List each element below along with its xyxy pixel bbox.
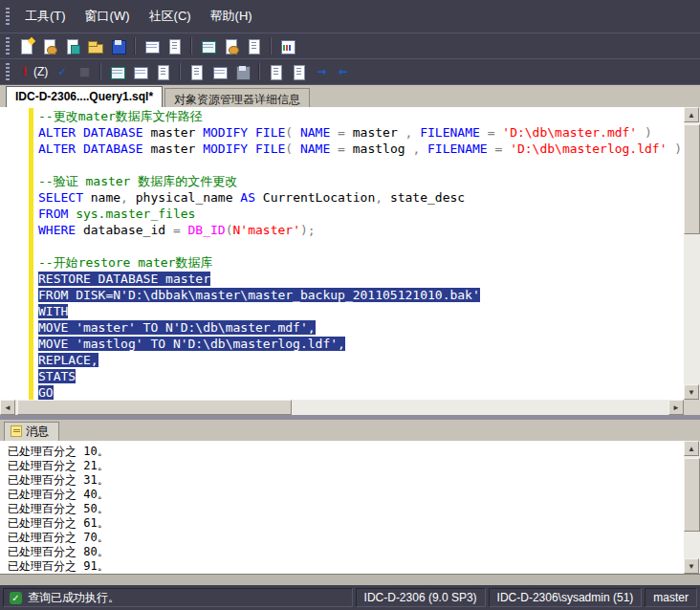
- code-line[interactable]: [38, 238, 684, 254]
- menu-help[interactable]: 帮助(H): [201, 3, 262, 30]
- template-explorer-icon: [223, 38, 239, 54]
- code-line[interactable]: WHERE database_id = DB_ID(N'master');: [38, 222, 684, 238]
- query-designer-button[interactable]: [129, 61, 151, 83]
- results-to-text-button[interactable]: [186, 61, 208, 83]
- object-explorer-icon: [200, 38, 216, 54]
- summary-page-button[interactable]: [164, 35, 186, 57]
- toolbar-separator: [258, 63, 260, 80]
- execute-button-label: (Z): [33, 65, 48, 78]
- query-editor: --更改mater数据库文件路径ALTER DATABASE master MO…: [0, 107, 700, 415]
- messages-pane[interactable]: 已处理百分之 10。已处理百分之 21。已处理百分之 31。已处理百分之 40。…: [0, 441, 700, 574]
- indent-button[interactable]: →: [311, 61, 332, 83]
- new-query-button[interactable]: [15, 35, 37, 57]
- code-line[interactable]: --更改mater数据库文件路径: [38, 108, 684, 124]
- results-to-grid-icon: [211, 64, 228, 80]
- standard-toolbar: [0, 33, 700, 58]
- code-line[interactable]: [38, 157, 684, 173]
- toolbar-separator: [99, 63, 101, 80]
- code-line[interactable]: ALTER DATABASE master MODIFY FILE( NAME …: [38, 141, 684, 157]
- code-line-selected[interactable]: FROM DISK=N'D:\dbbak\master\master_backu…: [38, 287, 684, 303]
- scroll-left-icon[interactable]: [0, 400, 15, 415]
- code-lines: --更改mater数据库文件路径ALTER DATABASE master MO…: [38, 108, 684, 400]
- editor-vertical-scrollbar[interactable]: [684, 107, 700, 400]
- specify-template-values-button[interactable]: [152, 61, 174, 83]
- scroll-down-icon[interactable]: [684, 384, 699, 400]
- parse-button[interactable]: ✓: [52, 61, 73, 83]
- outdent-icon: ←: [337, 64, 350, 80]
- code-area[interactable]: --更改mater数据库文件路径ALTER DATABASE master MO…: [0, 107, 684, 400]
- message-line: 已处理百分之 91。: [8, 559, 684, 574]
- menu-window[interactable]: 窗口(W): [76, 3, 140, 30]
- scroll-right-icon[interactable]: [668, 400, 684, 415]
- results-to-file-icon: [234, 64, 251, 80]
- registered-servers-button[interactable]: [141, 35, 163, 57]
- status-message: 查询已成功执行。: [28, 590, 120, 606]
- standard-toolbar-items: [15, 35, 298, 57]
- analysis-services-query-icon: [64, 38, 80, 54]
- open-file-button[interactable]: [84, 35, 106, 57]
- show-estimated-plan-button[interactable]: [106, 61, 128, 83]
- editor-horizontal-scrollbar[interactable]: [0, 400, 684, 415]
- modified-lines-indicator: [29, 108, 33, 400]
- indent-icon: →: [315, 64, 328, 80]
- template-explorer-button[interactable]: [220, 35, 242, 57]
- code-line[interactable]: SELECT name, physical_name AS CurrentLoc…: [38, 189, 684, 206]
- code-line-selected[interactable]: MOVE 'master' TO N'D:\db\master.mdf',: [38, 319, 684, 336]
- code-line[interactable]: --验证 master 数据库的文件更改: [38, 173, 684, 189]
- messages-vscroll-thumb[interactable]: [684, 458, 700, 532]
- menu-community[interactable]: 社区(C): [140, 3, 201, 30]
- sql-toolbar-items: !(Z)✓■→←: [15, 61, 354, 83]
- uncomment-selection-icon: [291, 64, 307, 80]
- message-line: 已处理百分之 21。: [8, 459, 684, 473]
- pane-bottom-border: [0, 574, 700, 585]
- object-explorer-button[interactable]: [197, 35, 219, 57]
- code-line[interactable]: --开始restore mater数据库: [38, 254, 684, 271]
- code-line[interactable]: FROM sys.master_files: [38, 206, 684, 222]
- tab-messages[interactable]: 消息: [4, 422, 59, 441]
- code-line-selected[interactable]: REPLACE,: [38, 352, 684, 368]
- standard-toolbar-grip[interactable]: [6, 37, 10, 54]
- results-to-grid-button[interactable]: [208, 61, 230, 83]
- toolbar-separator: [179, 63, 181, 80]
- editor-vscroll-track[interactable]: [684, 122, 700, 384]
- open-file-icon: [87, 38, 103, 54]
- code-line-selected[interactable]: RESTORE DATABASE master: [38, 271, 684, 287]
- message-line: 已处理百分之 80。: [8, 545, 684, 559]
- editor-vscroll-thumb[interactable]: [684, 124, 700, 234]
- registered-servers-icon: [143, 38, 160, 54]
- properties-window-button[interactable]: [243, 35, 265, 57]
- analysis-services-query-button[interactable]: [61, 35, 83, 57]
- new-query-icon: [18, 38, 34, 54]
- editor-hscroll-track[interactable]: [15, 400, 668, 415]
- code-line-selected[interactable]: GO: [38, 384, 684, 400]
- messages-scroll-down-icon[interactable]: [684, 558, 699, 574]
- scroll-up-icon[interactable]: [684, 107, 699, 122]
- activity-monitor-button[interactable]: [276, 35, 298, 57]
- code-line-selected[interactable]: STATS: [38, 368, 684, 384]
- results-to-text-icon: [188, 64, 205, 80]
- message-line: 已处理百分之 31。: [8, 473, 684, 488]
- code-line[interactable]: ALTER DATABASE master MODIFY FILE( NAME …: [38, 124, 684, 141]
- menubar-grip[interactable]: [6, 8, 10, 25]
- sql-toolbar-grip[interactable]: [6, 63, 10, 80]
- messages-scroll-up-icon[interactable]: [684, 441, 699, 456]
- results-to-file-button[interactable]: [231, 61, 253, 83]
- code-line-selected[interactable]: WITH: [38, 303, 684, 319]
- database-engine-query-button[interactable]: [38, 35, 60, 57]
- tab-object-explorer-details[interactable]: 对象资源管理器详细信息: [164, 88, 310, 107]
- menu-tools[interactable]: 工具(T): [15, 3, 76, 30]
- messages-vscroll-track[interactable]: [684, 456, 700, 558]
- save-button[interactable]: [107, 35, 129, 57]
- status-user: IDC-D-2306\sysadmin (51): [489, 588, 643, 607]
- cancel-executing-button[interactable]: ■: [74, 61, 95, 83]
- tab-query[interactable]: IDC-D-2306....Query1.sql*: [6, 86, 163, 107]
- execute-button[interactable]: !(Z): [15, 61, 51, 83]
- editor-hscroll-thumb[interactable]: [17, 400, 292, 415]
- uncomment-selection-button[interactable]: [288, 61, 310, 83]
- code-line-selected[interactable]: MOVE 'mastlog' TO N'D:\db\masterlog.ldf'…: [38, 336, 684, 352]
- messages-icon: [11, 425, 22, 437]
- comment-selection-button[interactable]: [265, 61, 287, 83]
- messages-vertical-scrollbar[interactable]: [684, 441, 700, 574]
- status-database: master: [645, 588, 697, 607]
- outdent-button[interactable]: ←: [333, 61, 354, 83]
